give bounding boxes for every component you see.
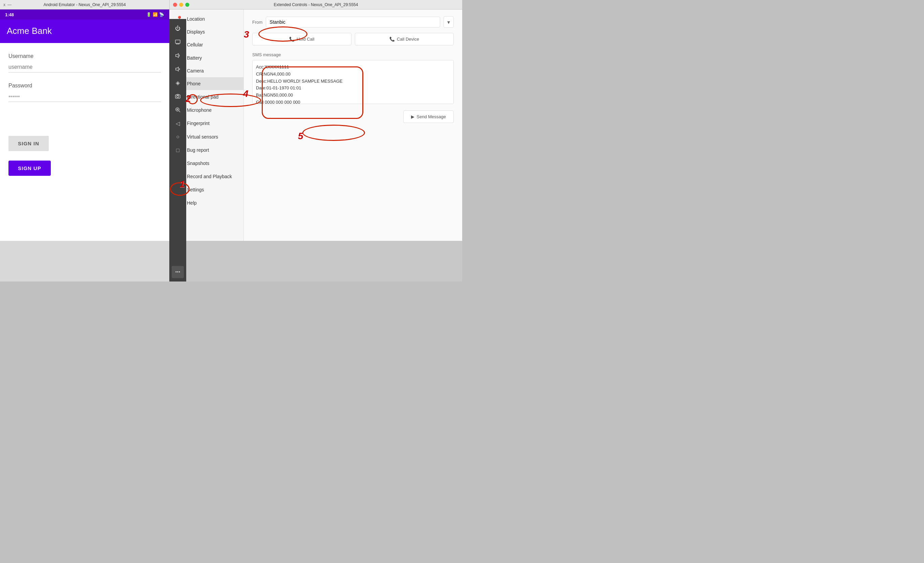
menu-label-help: Help — [187, 200, 197, 206]
emulator-panel: 1:48 🔋 📶 📡 Acme Bank Username Password S… — [0, 9, 169, 281]
volume-down-icon-btn[interactable] — [172, 63, 184, 75]
emulator-sidebar: ⏻ ◈ ◁ ○ □ ··· — [169, 19, 186, 281]
menu-label-microphone: Microphone — [187, 107, 212, 113]
svg-point-9 — [177, 96, 179, 98]
sim-icon: 📶 — [153, 12, 158, 17]
camera-icon-btn[interactable] — [172, 90, 184, 102]
zoom-icon-btn[interactable] — [172, 104, 184, 116]
sign-up-button[interactable]: SIGN UP — [9, 161, 51, 176]
display-icon-btn[interactable] — [172, 36, 184, 48]
power-icon-btn[interactable]: ⏻ — [172, 23, 184, 35]
sign-in-button[interactable]: SIGN IN — [9, 136, 49, 151]
login-form[interactable]: Username Password SIGN IN SIGN UP — [0, 43, 169, 241]
menu-label-battery: Battery — [187, 55, 202, 61]
menu-label-phone: Phone — [187, 81, 201, 86]
minimize-button[interactable] — [179, 3, 183, 7]
app-header: Acme Bank — [0, 20, 169, 43]
svg-line-12 — [179, 111, 180, 112]
menu-label-cellular: Cellular — [187, 42, 203, 47]
call-device-button[interactable]: 📞 Call Device — [355, 33, 454, 45]
menu-label-dpad: Directional pad — [187, 94, 218, 100]
sms-label: SMS message — [252, 52, 454, 57]
back-icon-btn[interactable]: ◁ — [172, 117, 184, 129]
from-dropdown[interactable]: ▾ — [444, 16, 454, 28]
hold-call-label: Hold Call — [297, 37, 315, 42]
menu-label-displays: Displays — [187, 29, 205, 35]
menu-label-location: Location — [187, 16, 205, 22]
svg-rect-0 — [176, 40, 180, 44]
password-label: Password — [9, 83, 161, 89]
maximize-button[interactable] — [185, 3, 189, 7]
close-button[interactable] — [173, 3, 177, 7]
send-icon: ▶ — [411, 114, 414, 119]
menu-label-virtual-sensors: Virtual sensors — [187, 134, 218, 140]
call-device-label: Call Device — [397, 37, 419, 42]
send-message-button[interactable]: ▶ Send Message — [403, 110, 454, 123]
menu-label-bug-report: Bug report — [187, 147, 209, 153]
app-title: Acme Bank — [7, 26, 162, 36]
extended-controls-panel: 📍 Location Displays Cellular 🔋 — [169, 9, 462, 281]
volume-up-icon-btn[interactable] — [172, 50, 184, 62]
call-buttons: 📞 Hold Call 📞 Call Device — [252, 33, 454, 45]
emulator-bottom — [0, 241, 169, 281]
controls-title: Extended Controls - Nexus_One_API_29:555… — [170, 2, 462, 7]
phone-panel: From ▾ 📞 Hold Call 📞 Call Device — [244, 9, 462, 241]
status-time: 1:48 — [5, 12, 14, 17]
status-bar: 1:48 🔋 📶 📡 — [0, 9, 169, 20]
send-label: Send Message — [417, 114, 446, 119]
menu-label-snapshots: Snapshots — [187, 161, 209, 166]
status-icons: 🔋 📶 📡 — [146, 12, 164, 17]
menu-label-fingerprint: Fingerprint — [187, 121, 210, 126]
from-row: From ▾ — [252, 16, 454, 28]
wifi-icon: 📡 — [159, 12, 164, 17]
controls-title-bar: Extended Controls - Nexus_One_API_29:555… — [169, 0, 462, 9]
recents-icon-btn[interactable]: □ — [172, 144, 184, 156]
more-options-button[interactable]: ··· — [172, 266, 184, 278]
from-label: From — [252, 20, 262, 25]
battery-icon: 🔋 — [146, 12, 152, 17]
svg-marker-5 — [176, 67, 178, 71]
sms-textarea[interactable]: Acc:XXXXX1111 CR:NGN4,000.00 Desc:HELLO … — [252, 60, 454, 104]
menu-label-record-playback: Record and Playback — [187, 174, 232, 179]
emulator-title-bar: x — Android Emulator - Nexus_One_API_29:… — [0, 0, 169, 9]
username-input[interactable] — [9, 62, 161, 72]
ext-bottom-area — [169, 241, 462, 281]
call-device-icon: 📞 — [389, 37, 395, 42]
android-screen: 1:48 🔋 📶 📡 Acme Bank Username Password S… — [0, 9, 169, 241]
home-icon-btn[interactable]: ○ — [172, 131, 184, 143]
username-label: Username — [9, 53, 161, 59]
hold-call-icon: 📞 — [289, 37, 295, 42]
rotate-icon-btn[interactable]: ◈ — [172, 77, 184, 89]
password-input[interactable] — [9, 92, 161, 102]
menu-label-camera: Camera — [187, 68, 204, 74]
from-input[interactable] — [266, 17, 440, 27]
svg-marker-4 — [176, 54, 178, 58]
menu-label-settings: Settings — [187, 187, 204, 192]
emulator-title: Android Emulator - Nexus_One_API_29:5554 — [0, 2, 169, 7]
hold-call-button[interactable]: 📞 Hold Call — [252, 33, 351, 45]
window-controls — [170, 3, 189, 7]
